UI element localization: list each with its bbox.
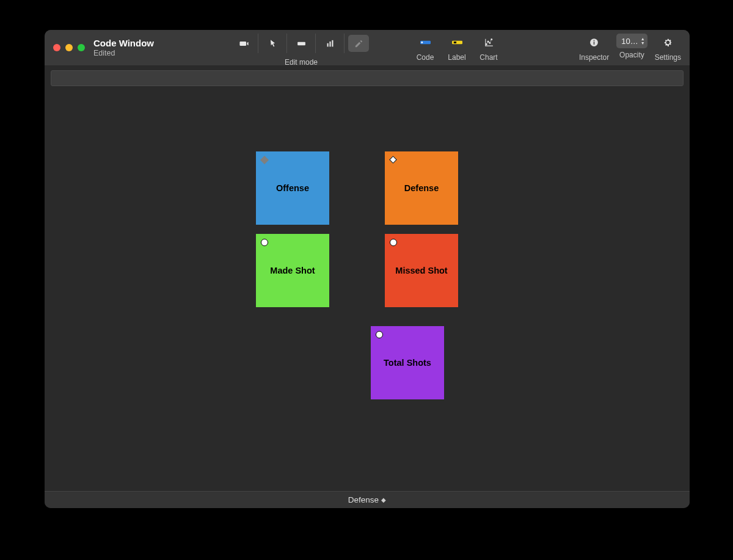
node-marker-icon — [389, 156, 397, 164]
svg-rect-1 — [327, 43, 328, 46]
label-type-button[interactable]: Label — [441, 34, 473, 62]
svg-rect-0 — [297, 42, 305, 45]
pencil-icon — [354, 38, 364, 49]
pointer-icon — [268, 38, 278, 49]
window-subtitle: Edited — [93, 49, 154, 58]
node-marker-icon — [261, 239, 268, 246]
draw-mode-button[interactable] — [348, 35, 369, 52]
svg-point-9 — [487, 41, 489, 42]
label-swatch-icon — [452, 37, 462, 48]
diamond-icon: ◆ — [381, 496, 386, 503]
label-type-label: Label — [448, 53, 465, 62]
node-label: Total Shots — [384, 358, 431, 368]
status-bar: Defense ◆ — [45, 491, 690, 508]
chart-type-button[interactable]: Chart — [473, 34, 505, 62]
chevron-up-icon[interactable]: ▲ — [641, 37, 645, 41]
opacity-stepper[interactable]: ▲ ▼ — [641, 37, 645, 45]
keyboard-mode-button[interactable] — [291, 35, 312, 52]
opacity-value: 10… — [621, 37, 638, 46]
svg-rect-6 — [452, 40, 462, 44]
gear-icon — [663, 37, 673, 48]
toolbar-center: Edit mode Code Label — [230, 34, 505, 62]
camera-mode-button[interactable] — [233, 35, 254, 52]
settings-label: Settings — [655, 53, 681, 62]
keyboard-icon — [296, 38, 307, 49]
node-offense[interactable]: Offense — [256, 151, 329, 225]
node-made-shot[interactable]: Made Shot — [256, 234, 329, 307]
node-label: Offense — [276, 183, 309, 193]
code-swatch-icon — [420, 37, 431, 48]
zoom-icon[interactable] — [78, 44, 85, 51]
status-label: Defense — [348, 495, 379, 504]
svg-rect-3 — [332, 40, 333, 46]
settings-button[interactable]: Settings — [655, 34, 681, 62]
node-marker-icon — [376, 331, 383, 338]
svg-rect-13 — [594, 42, 594, 45]
search-bar[interactable] — [51, 70, 684, 86]
pointer-mode-button[interactable] — [262, 35, 283, 52]
inspector-label: Inspector — [579, 53, 609, 62]
traffic-lights — [53, 44, 85, 51]
svg-rect-2 — [329, 41, 330, 46]
window-title-block: Code Window Edited — [93, 38, 154, 58]
chart-mode-button[interactable] — [319, 35, 340, 52]
chart-type-label: Chart — [480, 53, 497, 62]
node-missed-shot[interactable]: Missed Shot — [385, 234, 458, 307]
inspector-button[interactable]: Inspector — [579, 34, 609, 62]
bar-chart-icon — [325, 38, 335, 49]
node-label: Missed Shot — [395, 266, 447, 275]
titlebar: Code Window Edited — [45, 30, 690, 65]
code-canvas[interactable]: Offense Defense Made Shot Missed Shot To… — [45, 86, 690, 491]
node-label: Made Shot — [270, 266, 315, 275]
node-marker-icon — [260, 156, 269, 164]
svg-point-8 — [486, 43, 487, 45]
svg-point-5 — [421, 42, 423, 43]
code-type-button[interactable]: Code — [409, 34, 441, 62]
node-total-shots[interactable]: Total Shots — [371, 326, 444, 399]
window-title: Code Window — [93, 38, 154, 49]
type-group: Code Label — [409, 34, 505, 62]
svg-rect-7 — [453, 42, 456, 43]
code-type-label: Code — [417, 53, 434, 62]
svg-point-11 — [490, 38, 492, 40]
app-window: Code Window Edited — [45, 30, 690, 508]
toolbar-right: Inspector 10… ▲ ▼ Opacity Settings — [579, 34, 681, 62]
node-defense[interactable]: Defense — [385, 151, 458, 225]
svg-point-10 — [489, 42, 490, 43]
minimize-icon[interactable] — [65, 44, 73, 51]
edit-mode-label: Edit mode — [230, 58, 373, 67]
chevron-down-icon[interactable]: ▼ — [641, 41, 645, 45]
node-label: Defense — [404, 183, 439, 193]
svg-point-14 — [594, 40, 595, 41]
info-icon — [589, 37, 599, 48]
edge-layer — [45, 86, 228, 178]
node-marker-icon — [390, 239, 397, 246]
opacity-label: Opacity — [619, 51, 644, 59]
edit-mode-group: Edit mode — [230, 34, 373, 53]
close-icon[interactable] — [53, 44, 60, 51]
opacity-control[interactable]: 10… ▲ ▼ Opacity — [616, 34, 647, 59]
scatter-icon — [484, 37, 494, 48]
video-camera-icon — [239, 38, 249, 49]
